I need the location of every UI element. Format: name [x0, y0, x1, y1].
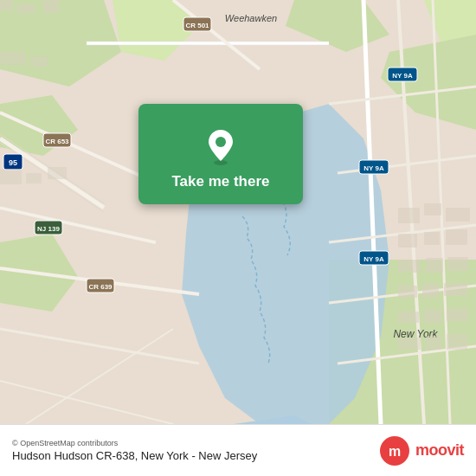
svg-rect-61 — [446, 208, 470, 222]
map-container: 95 CR 501 NY 9A NY 9A NY 9A CR 653 NJ 13… — [0, 0, 476, 424]
svg-rect-56 — [0, 169, 22, 184]
svg-text:NJ 139: NJ 139 — [37, 225, 60, 233]
svg-rect-66 — [426, 258, 443, 273]
location-pin-icon — [205, 128, 236, 166]
svg-text:CR 653: CR 653 — [45, 138, 69, 145]
svg-text:CR 639: CR 639 — [88, 283, 113, 291]
svg-rect-63 — [424, 232, 440, 245]
map-background: 95 CR 501 NY 9A NY 9A NY 9A CR 653 NJ 13… — [0, 0, 476, 424]
svg-rect-76 — [447, 334, 467, 350]
svg-rect-67 — [447, 257, 468, 271]
svg-text:95: 95 — [9, 158, 17, 167]
svg-rect-60 — [424, 203, 441, 215]
svg-text:NY 9A: NY 9A — [392, 72, 413, 80]
take-me-there-button[interactable]: Take me there — [138, 104, 303, 204]
svg-rect-70 — [444, 283, 467, 296]
svg-rect-62 — [398, 234, 417, 248]
svg-rect-51 — [0, 0, 13, 10]
svg-rect-58 — [48, 167, 67, 179]
svg-rect-68 — [398, 286, 417, 298]
svg-rect-73 — [447, 309, 468, 321]
moovit-logo: m moovit — [379, 435, 464, 466]
svg-text:m: m — [389, 444, 401, 459]
svg-rect-59 — [398, 208, 420, 223]
svg-rect-72 — [424, 310, 441, 323]
svg-text:CR 501: CR 501 — [185, 22, 209, 29]
svg-rect-64 — [446, 229, 467, 245]
svg-point-78 — [215, 137, 226, 147]
moovit-brand-text: moovit — [415, 441, 464, 460]
location-info: © OpenStreetMap contributors Hudson Huds… — [12, 439, 257, 462]
svg-text:NY 9A: NY 9A — [363, 164, 384, 172]
cta-label: Take me there — [171, 173, 269, 190]
svg-rect-53 — [43, 0, 59, 13]
cta-overlay: Take me there — [134, 104, 307, 204]
osm-credit: © OpenStreetMap contributors — [12, 439, 257, 447]
svg-rect-74 — [398, 338, 421, 350]
svg-text:Weehawken: Weehawken — [225, 13, 277, 23]
svg-text:NY 9A: NY 9A — [363, 255, 384, 263]
location-name: Hudson Hudson CR-638, New York - New Jer… — [12, 449, 257, 462]
svg-rect-69 — [422, 284, 439, 298]
svg-rect-75 — [426, 336, 441, 350]
svg-rect-71 — [398, 312, 419, 323]
svg-rect-55 — [30, 56, 48, 67]
svg-rect-54 — [0, 52, 26, 65]
svg-rect-65 — [398, 260, 421, 273]
svg-rect-52 — [17, 4, 35, 13]
bottom-bar: © OpenStreetMap contributors Hudson Huds… — [0, 424, 476, 476]
moovit-icon: m — [379, 435, 410, 466]
svg-rect-57 — [26, 173, 42, 183]
